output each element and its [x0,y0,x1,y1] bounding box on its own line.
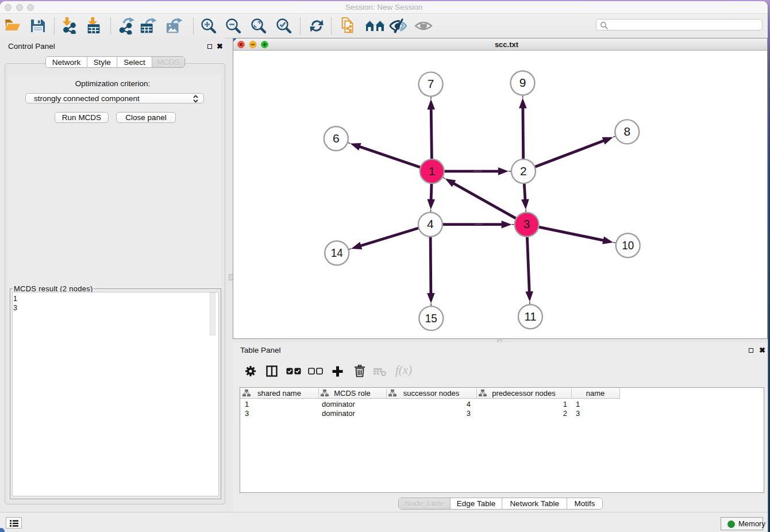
svg-text:15: 15 [425,311,437,325]
svg-text:10: 10 [622,238,634,252]
svg-text:9: 9 [519,76,526,89]
svg-text:3: 3 [523,217,530,230]
svg-text:2: 2 [520,164,527,178]
svg-text:8: 8 [623,125,630,138]
svg-text:11: 11 [524,310,536,323]
svg-text:14: 14 [331,246,343,259]
svg-text:7: 7 [428,77,434,90]
svg-text:4: 4 [427,217,434,230]
svg-text:1: 1 [429,164,436,178]
svg-text:6: 6 [333,132,340,145]
